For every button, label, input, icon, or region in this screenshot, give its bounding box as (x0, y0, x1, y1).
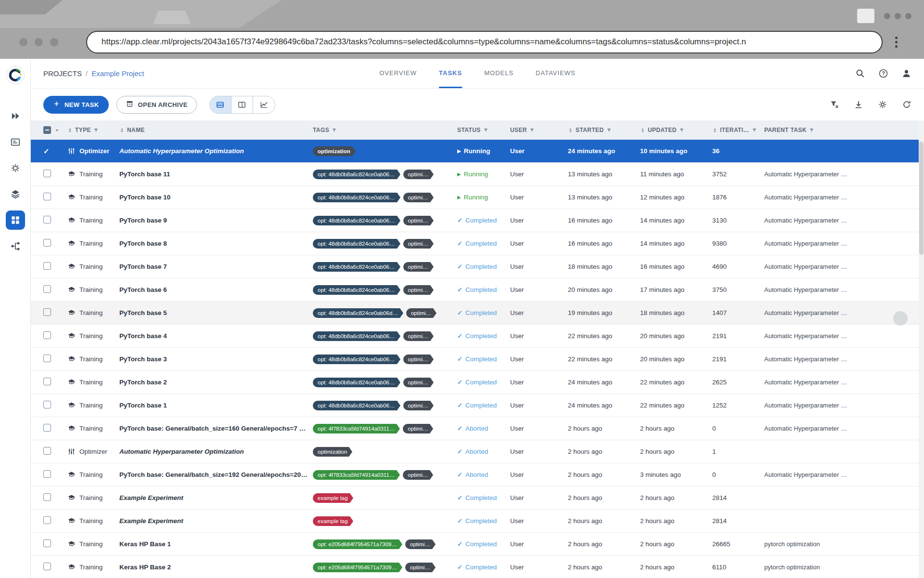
row-checkbox[interactable] (43, 262, 51, 270)
table-row[interactable]: Training PyTorch base 7 opt: 48db0b8a6c8… (31, 255, 924, 278)
chart-view-button[interactable] (253, 96, 275, 113)
tab-tasks[interactable]: TASKS (439, 59, 462, 88)
filter-toggle[interactable] (93, 128, 99, 133)
sidebar-item-projects[interactable] (6, 210, 25, 230)
browser-menu-icon[interactable] (895, 37, 898, 48)
filter-toggle[interactable] (679, 128, 684, 133)
task-name[interactable]: PyTorch base 3 (119, 355, 313, 363)
task-name[interactable]: PyTorch base 1 (119, 402, 313, 409)
table-row[interactable]: Training PyTorch base 6 opt: 48db0b8a6c8… (31, 278, 924, 302)
row-checkbox[interactable] (43, 563, 51, 570)
select-all-checkbox[interactable] (43, 126, 51, 134)
task-name[interactable]: PyTorch base: General/batch_size=192 Gen… (119, 471, 313, 478)
row-checkbox[interactable] (43, 539, 51, 547)
download-icon[interactable] (854, 100, 863, 109)
filter-reset-icon[interactable] (830, 100, 839, 109)
task-name[interactable]: Example Experiment (119, 517, 313, 525)
sort-toggle[interactable] (568, 128, 573, 133)
sidebar-item-datasets[interactable] (6, 184, 25, 204)
filter-toggle[interactable] (752, 128, 757, 133)
table-row[interactable]: Optimizer Automatic Hyperparameter Optim… (31, 440, 924, 463)
search-icon[interactable] (855, 68, 865, 79)
table-row[interactable]: Training Example Experiment example tag … (31, 486, 924, 510)
row-checkbox[interactable] (43, 239, 51, 247)
tab-dataviews[interactable]: DATAVIEWS (536, 59, 576, 88)
sort-toggle[interactable] (712, 128, 718, 133)
row-checkbox[interactable] (43, 516, 51, 524)
task-name[interactable]: PyTorch base: General/batch_size=160 Gen… (119, 425, 313, 432)
sidebar-item-launch[interactable] (6, 106, 25, 126)
sidebar-item-reports[interactable] (6, 132, 25, 152)
row-checkbox[interactable] (43, 401, 51, 408)
filter-toggle[interactable] (483, 128, 488, 133)
row-checkbox-checked[interactable]: ✓ (43, 147, 50, 155)
row-checkbox[interactable] (43, 378, 51, 385)
sidebar-item-pipelines[interactable] (6, 236, 25, 256)
task-name[interactable]: PyTorch base 7 (119, 263, 313, 270)
filter-toggle[interactable] (332, 128, 337, 133)
vertical-scrollbar[interactable] (919, 120, 924, 578)
breadcrumb-current[interactable]: Example Project (91, 69, 144, 78)
table-row[interactable]: Training Keras HP Base 2 opt: e205d684f7… (31, 556, 924, 578)
task-name[interactable]: PyTorch base 10 (119, 194, 313, 201)
row-checkbox[interactable] (43, 331, 51, 339)
row-checkbox[interactable] (43, 355, 51, 362)
row-checkbox[interactable] (43, 170, 51, 177)
task-name[interactable]: PyTorch base 9 (119, 217, 313, 224)
table-row[interactable]: Training PyTorch base 3 opt: 48db0b8a6c8… (31, 348, 924, 371)
user-icon[interactable] (901, 68, 911, 79)
task-name[interactable]: Automatic Hyperparameter Optimization (119, 448, 313, 455)
clearml-logo[interactable] (6, 66, 25, 85)
help-icon[interactable]: ? (878, 68, 888, 79)
table-row[interactable]: Training Example Experiment example tag … (31, 510, 924, 533)
auto-refresh-icon[interactable] (902, 100, 911, 109)
task-name[interactable]: PyTorch base 6 (119, 286, 313, 293)
task-name[interactable]: Keras HP Base 1 (119, 540, 313, 548)
task-name[interactable]: PyTorch base 11 (119, 171, 313, 178)
address-bar[interactable]: https://app.clear.ml/projects/2043a1657f… (86, 31, 883, 53)
open-archive-button[interactable]: OPEN ARCHIVE (116, 96, 197, 114)
table-row[interactable]: Training PyTorch base 10 opt: 48db0b8a6c… (31, 186, 924, 209)
breadcrumb-projects[interactable]: PROJECTS (43, 69, 82, 78)
task-name[interactable]: Example Experiment (119, 494, 313, 501)
table-row[interactable]: Training PyTorch base 8 opt: 48db0b8a6c8… (31, 232, 924, 255)
row-checkbox[interactable] (43, 470, 51, 478)
table-view-button[interactable] (210, 96, 231, 113)
table-row[interactable]: Training PyTorch base 2 opt: 48db0b8a6c8… (31, 371, 924, 394)
sidebar-item-workers[interactable] (6, 158, 25, 178)
table-row[interactable]: Training PyTorch base 4 opt: 48db0b8a6c8… (31, 325, 924, 348)
row-checkbox[interactable] (43, 193, 51, 200)
row-checkbox[interactable] (43, 424, 51, 432)
window-menu-dots[interactable] (884, 13, 911, 19)
table-row[interactable]: Training PyTorch base 11 opt: 48db0b8a6c… (31, 163, 924, 186)
select-dropdown-icon[interactable] (54, 128, 60, 133)
table-row[interactable]: Training Keras HP Base 1 opt: e205d684f7… (31, 533, 924, 556)
row-checkbox[interactable] (43, 216, 51, 223)
task-name[interactable]: Keras HP Base 2 (119, 564, 313, 571)
task-name[interactable]: Automatic Hyperparameter Optimization (119, 147, 313, 155)
row-checkbox[interactable] (43, 285, 51, 293)
window-traffic-lights[interactable] (19, 38, 58, 46)
split-view-button[interactable] (231, 96, 253, 113)
table-row[interactable]: Training PyTorch base 5 opt: 48db0b8a6c8… (31, 302, 924, 325)
tab-models[interactable]: MODELS (484, 59, 513, 88)
settings-icon[interactable] (878, 100, 887, 109)
table-row[interactable]: Training PyTorch base 1 opt: 48db0b8a6c8… (31, 394, 924, 417)
table-row[interactable]: Training PyTorch base: General/batch_siz… (31, 463, 924, 486)
task-name[interactable]: PyTorch base 2 (119, 379, 313, 386)
filter-toggle[interactable] (606, 128, 612, 133)
new-task-button[interactable]: NEW TASK (43, 96, 109, 114)
table-row[interactable]: Training PyTorch base: General/batch_siz… (31, 417, 924, 440)
table-row[interactable]: Training PyTorch base 9 opt: 48db0b8a6c8… (31, 209, 924, 232)
row-checkbox[interactable] (43, 447, 51, 455)
task-name[interactable]: PyTorch base 4 (119, 332, 313, 340)
window-button[interactable] (857, 9, 874, 23)
task-name[interactable]: PyTorch base 5 (119, 309, 313, 316)
sort-toggle[interactable] (640, 128, 645, 133)
filter-toggle[interactable] (529, 128, 535, 133)
tab-overview[interactable]: OVERVIEW (379, 59, 417, 88)
filter-toggle[interactable] (809, 128, 814, 133)
sort-toggle[interactable] (119, 128, 125, 133)
scrollbar-thumb[interactable] (919, 142, 924, 255)
sort-toggle[interactable] (67, 128, 73, 133)
